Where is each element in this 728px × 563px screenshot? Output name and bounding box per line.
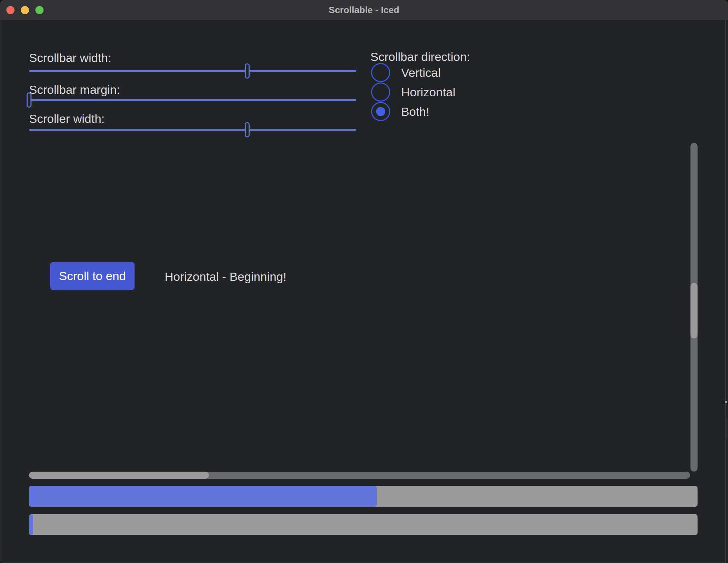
scrollbar-margin-slider[interactable] bbox=[29, 92, 356, 108]
window-right-edge bbox=[725, 20, 726, 563]
radio-dot bbox=[376, 87, 385, 97]
scrollbar-direction-label: Scrollbar direction: bbox=[370, 49, 470, 64]
radio-dot bbox=[376, 68, 385, 77]
native-scrollbar-segment bbox=[726, 420, 728, 439]
progress-fill bbox=[29, 514, 33, 535]
scroller-width-slider[interactable] bbox=[29, 122, 356, 137]
window-title: Scrollable - Iced bbox=[0, 0, 728, 20]
radio-vertical[interactable]: Vertical bbox=[371, 63, 441, 82]
native-scrollbar-tick bbox=[725, 401, 727, 403]
app-window: Scrollable - Iced Scrollbar width: Scrol… bbox=[0, 0, 728, 563]
vertical-scrollbar-thumb[interactable] bbox=[690, 283, 698, 339]
horizontal-progress-bar bbox=[29, 514, 698, 535]
radio-vertical-label: Vertical bbox=[401, 66, 441, 80]
radio-horizontal-label: Horizontal bbox=[401, 85, 455, 99]
radio-circle-icon[interactable] bbox=[371, 102, 390, 121]
horizontal-scrollbar-track[interactable] bbox=[29, 472, 690, 479]
radio-both-label: Both! bbox=[401, 105, 429, 119]
slider-rail bbox=[29, 129, 356, 131]
slider-handle[interactable] bbox=[245, 122, 250, 137]
radio-circle-icon[interactable] bbox=[371, 63, 390, 82]
vertical-scrollbar-track[interactable] bbox=[690, 143, 698, 472]
progress-fill bbox=[29, 486, 377, 507]
radio-dot bbox=[376, 107, 385, 116]
slider-handle[interactable] bbox=[27, 92, 32, 108]
scrollbar-width-slider[interactable] bbox=[29, 63, 356, 79]
title-bar: Scrollable - Iced bbox=[0, 0, 728, 20]
slider-rail bbox=[29, 99, 356, 101]
scroll-to-end-button[interactable]: Scroll to end bbox=[50, 262, 135, 290]
radio-circle-icon[interactable] bbox=[371, 83, 390, 102]
radio-horizontal[interactable]: Horizontal bbox=[371, 83, 455, 102]
radio-both[interactable]: Both! bbox=[371, 102, 429, 121]
horizontal-scrollbar-thumb[interactable] bbox=[29, 472, 209, 479]
slider-rail bbox=[29, 70, 356, 72]
slider-handle[interactable] bbox=[245, 63, 250, 79]
vertical-progress-bar bbox=[29, 486, 698, 507]
scroll-status-text: Horizontal - Beginning! bbox=[165, 269, 286, 284]
